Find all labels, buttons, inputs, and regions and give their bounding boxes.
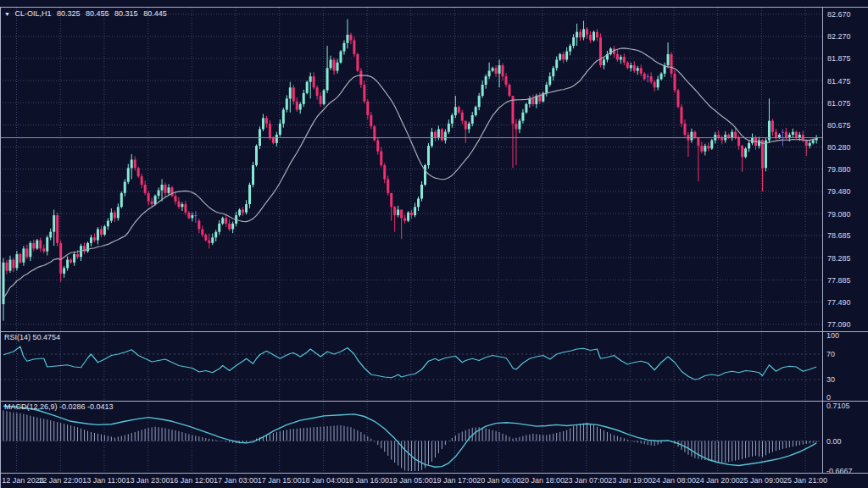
price-axis-label: 78.685 <box>827 231 851 240</box>
candle-body <box>778 135 781 137</box>
candle-body <box>693 132 696 138</box>
candle-body <box>198 221 200 230</box>
candle-body <box>521 113 524 121</box>
price-axis-label: 81.475 <box>827 77 851 86</box>
candle-body <box>306 82 309 93</box>
candle-body <box>39 241 42 249</box>
candle-body <box>674 74 676 91</box>
bar-close-value: 80.445 <box>143 9 167 18</box>
candle-body <box>441 129 443 140</box>
candle-body <box>488 71 491 77</box>
candle-body <box>114 213 116 219</box>
candle-body <box>177 202 180 208</box>
candle-body <box>707 146 709 148</box>
candle-body <box>623 57 626 63</box>
candle-body <box>22 248 25 262</box>
candle-body <box>218 224 220 232</box>
time-axis-label: 17 Jan 03:00 <box>214 476 258 485</box>
candle-body <box>103 226 106 235</box>
candle-body <box>53 215 55 232</box>
candle-body <box>492 68 494 70</box>
candle-body <box>231 224 234 230</box>
candle-body <box>100 229 103 235</box>
bar-open-value: 80.325 <box>57 9 81 18</box>
candle-body <box>110 213 113 221</box>
candle-body <box>407 213 409 221</box>
candle-body <box>255 146 258 165</box>
candle-body <box>414 207 416 215</box>
candle-body <box>586 29 588 35</box>
candle-body <box>248 185 251 204</box>
candle-body <box>603 59 605 65</box>
candle-body <box>485 76 487 85</box>
candle-body <box>107 221 109 227</box>
candle-body <box>498 65 501 74</box>
rsi-value: 50.4754 <box>33 333 61 341</box>
trading-chart-window: 82.67082.27081.87581.47581.07580.67580.2… <box>0 0 868 488</box>
time-axis-label: 12 Jan 22:00 <box>38 476 82 485</box>
candle-body <box>792 132 794 135</box>
candle-body <box>458 107 460 113</box>
candle-body <box>690 132 693 141</box>
candle-body <box>700 146 703 152</box>
candle-body <box>471 115 474 124</box>
candle-body <box>548 76 551 85</box>
macd-values: -0.0286 -0.0413 <box>59 402 114 411</box>
candle-body <box>545 85 548 93</box>
candle-body <box>134 159 136 168</box>
candle-body <box>168 187 170 193</box>
candle-body <box>29 243 31 257</box>
bar-high-value: 80.455 <box>86 9 109 18</box>
candle-body <box>93 237 96 240</box>
candle-body <box>647 76 649 77</box>
candle-body <box>117 207 120 218</box>
candle-body <box>630 65 632 68</box>
candle-body <box>323 91 326 104</box>
candle-body <box>316 87 319 96</box>
chart-canvas[interactable]: 82.67082.27081.87581.47581.07580.67580.2… <box>0 0 868 488</box>
candle-body <box>677 91 680 108</box>
candle-body <box>137 168 140 176</box>
price-axis-label: 81.875 <box>827 54 851 63</box>
symbol-timeframe-label: CL-OIL,H1 <box>14 9 51 18</box>
rsi-axis-label: 30 <box>826 375 835 384</box>
candle-body <box>559 54 561 60</box>
price-axis-label: 79.880 <box>827 165 851 174</box>
candle-body <box>640 68 643 74</box>
candle-body <box>593 32 595 41</box>
bar-low-value: 80.315 <box>114 9 138 18</box>
candle-body <box>798 135 801 137</box>
candle-body <box>25 248 28 257</box>
candle-body <box>282 109 285 123</box>
candle-body <box>518 121 520 130</box>
candle-body <box>710 141 713 149</box>
candle-body <box>782 132 784 133</box>
candle-body <box>637 68 639 70</box>
macd-indicator-label: MACD(12,26,9) -0.0286 -0.0413 <box>4 402 114 412</box>
candle-body <box>19 254 21 263</box>
candle-body <box>154 196 157 204</box>
candle-body <box>785 132 787 138</box>
candle-body <box>184 204 186 213</box>
candle-body <box>349 35 352 41</box>
time-axis-label: 13 Jan 23:00 <box>126 476 170 485</box>
macd-axis-label: 0.00 <box>826 437 842 446</box>
candle-body <box>654 82 656 88</box>
candle-body <box>141 176 143 185</box>
candle-body <box>417 198 420 207</box>
candle-body <box>704 146 706 152</box>
candle-body <box>465 121 467 130</box>
candle-body <box>221 218 224 224</box>
candle-body <box>660 74 663 80</box>
candle-body <box>70 260 72 263</box>
candle-body <box>337 63 339 71</box>
candle-body <box>245 204 248 213</box>
candle-body <box>420 185 423 198</box>
symbol-dropdown-icon[interactable]: ▼ <box>4 11 10 17</box>
candle-body <box>272 137 275 143</box>
candle-body <box>717 135 720 137</box>
candle-body <box>765 141 767 169</box>
candle-body <box>572 37 575 46</box>
candle-body <box>187 213 190 219</box>
candle-body <box>370 115 372 126</box>
